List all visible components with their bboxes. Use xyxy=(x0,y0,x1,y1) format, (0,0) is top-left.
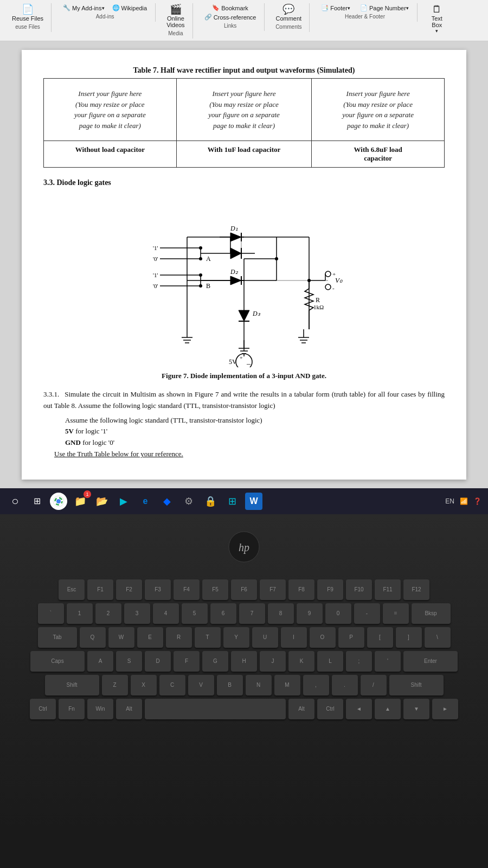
key-up[interactable]: ▲ xyxy=(375,699,401,719)
key-rshift[interactable]: Shift xyxy=(389,675,444,695)
search-taskbar-icon[interactable]: ○ xyxy=(7,493,24,510)
key-f7[interactable]: F7 xyxy=(260,579,286,600)
key-1[interactable]: 1 xyxy=(67,603,93,624)
key-a[interactable]: A xyxy=(87,651,113,672)
key-lctrl[interactable]: Ctrl xyxy=(30,699,56,719)
key-caps[interactable]: Caps xyxy=(30,651,85,672)
key-slash[interactable]: / xyxy=(361,675,387,695)
taskbar-help-icon[interactable]: ❓ xyxy=(473,497,481,505)
key-m[interactable]: M xyxy=(274,675,300,695)
key-semicolon[interactable]: ; xyxy=(346,651,372,672)
my-add-ins-button[interactable]: 🔧 My Add-ins ▾ xyxy=(60,3,107,12)
key-9[interactable]: 9 xyxy=(297,603,323,624)
media-player-taskbar-icon[interactable]: ▶ xyxy=(115,493,132,510)
key-fn[interactable]: Fn xyxy=(59,699,85,719)
key-tab[interactable]: Tab xyxy=(38,627,77,648)
key-r[interactable]: R xyxy=(166,627,192,648)
key-f4[interactable]: F4 xyxy=(174,579,200,600)
key-f11[interactable]: F11 xyxy=(375,579,401,600)
comment-button[interactable]: 💬 Comment xyxy=(273,3,304,23)
chrome-taskbar-icon[interactable] xyxy=(50,493,67,510)
key-o[interactable]: O xyxy=(310,627,336,648)
key-f6[interactable]: F6 xyxy=(231,579,257,600)
wikipedia-button[interactable]: 🌐 Wikipedia xyxy=(110,3,150,12)
key-minus[interactable]: - xyxy=(354,603,380,624)
key-n[interactable]: N xyxy=(246,675,272,695)
explorer-taskbar-icon[interactable]: 📂 xyxy=(93,493,111,510)
taskview-taskbar-icon[interactable]: ⊞ xyxy=(28,493,46,510)
reuse-files-button[interactable]: 📄 Reuse Files xyxy=(10,3,46,23)
cross-reference-button[interactable]: 🔗 Cross-reference xyxy=(202,12,259,22)
key-rctrl[interactable]: Ctrl xyxy=(317,699,343,719)
key-f1[interactable]: F1 xyxy=(87,579,113,600)
lock-taskbar-icon[interactable]: 🔒 xyxy=(202,493,219,510)
file-manager-taskbar-icon[interactable]: 📁 1 xyxy=(72,493,89,510)
key-x[interactable]: X xyxy=(131,675,157,695)
key-left[interactable]: ◄ xyxy=(346,699,372,719)
key-space[interactable] xyxy=(145,699,286,719)
key-t[interactable]: T xyxy=(195,627,221,648)
key-lshift[interactable]: Shift xyxy=(45,675,99,695)
key-period[interactable]: . xyxy=(332,675,358,695)
key-f2[interactable]: F2 xyxy=(116,579,142,600)
key-f3[interactable]: F3 xyxy=(145,579,171,600)
key-f5[interactable]: F5 xyxy=(202,579,228,600)
key-f9[interactable]: F9 xyxy=(317,579,343,600)
key-v[interactable]: V xyxy=(188,675,214,695)
key-f8[interactable]: F8 xyxy=(288,579,314,600)
key-d[interactable]: D xyxy=(145,651,171,672)
key-k[interactable]: K xyxy=(288,651,314,672)
key-f[interactable]: F xyxy=(174,651,200,672)
key-s[interactable]: S xyxy=(116,651,142,672)
key-p[interactable]: P xyxy=(338,627,364,648)
key-4[interactable]: 4 xyxy=(153,603,179,624)
key-z[interactable]: Z xyxy=(102,675,128,695)
key-3[interactable]: 3 xyxy=(124,603,150,624)
page-number-button[interactable]: 📄 Page Number ▾ xyxy=(357,3,412,12)
key-backspace[interactable]: Bksp xyxy=(412,603,451,624)
key-ralt[interactable]: Alt xyxy=(288,699,314,719)
footer-button[interactable]: 📑 Footer ▾ xyxy=(318,3,353,12)
key-lbracket[interactable]: [ xyxy=(367,627,393,648)
key-equal[interactable]: = xyxy=(383,603,409,624)
key-l[interactable]: L xyxy=(317,651,343,672)
key-u[interactable]: U xyxy=(252,627,278,648)
key-e[interactable]: E xyxy=(137,627,163,648)
key-7[interactable]: 7 xyxy=(239,603,265,624)
key-backtick[interactable]: ` xyxy=(38,603,64,624)
key-8[interactable]: 8 xyxy=(268,603,294,624)
bookmark-button[interactable]: 🔖 Bookmark xyxy=(209,3,251,12)
key-6[interactable]: 6 xyxy=(210,603,236,624)
key-q[interactable]: Q xyxy=(80,627,106,648)
key-comma[interactable]: , xyxy=(303,675,329,695)
key-backslash[interactable]: \ xyxy=(425,627,451,648)
key-2[interactable]: 2 xyxy=(95,603,121,624)
key-down[interactable]: ▼ xyxy=(403,699,429,719)
key-y[interactable]: Y xyxy=(223,627,249,648)
key-rbracket[interactable]: ] xyxy=(396,627,422,648)
key-j[interactable]: J xyxy=(260,651,286,672)
key-g[interactable]: G xyxy=(202,651,228,672)
word-taskbar-icon[interactable]: W xyxy=(245,493,262,510)
key-c[interactable]: C xyxy=(159,675,185,695)
key-w[interactable]: W xyxy=(108,627,134,648)
edge-taskbar-icon[interactable]: e xyxy=(137,493,154,510)
key-f10[interactable]: F10 xyxy=(346,579,372,600)
online-videos-button[interactable]: 🎬 OnlineVideos xyxy=(164,3,187,29)
key-enter[interactable]: Enter xyxy=(403,651,458,672)
key-h[interactable]: H xyxy=(231,651,257,672)
key-0[interactable]: 0 xyxy=(325,603,351,624)
key-lalt[interactable]: Alt xyxy=(116,699,142,719)
winstore-taskbar-icon[interactable]: ⊞ xyxy=(223,493,241,510)
key-quote[interactable]: ' xyxy=(375,651,401,672)
text-box-button[interactable]: 🗒 TextBox ▾ xyxy=(429,3,445,35)
key-5[interactable]: 5 xyxy=(182,603,208,624)
key-f12[interactable]: F12 xyxy=(403,579,429,600)
settings-taskbar-icon[interactable]: ⚙ xyxy=(180,493,197,510)
key-i[interactable]: I xyxy=(281,627,307,648)
dropbox-taskbar-icon[interactable]: ◆ xyxy=(158,493,176,510)
key-right[interactable]: ► xyxy=(432,699,458,719)
key-esc[interactable]: Esc xyxy=(59,579,85,600)
key-win[interactable]: Win xyxy=(87,699,113,719)
key-b[interactable]: B xyxy=(217,675,243,695)
